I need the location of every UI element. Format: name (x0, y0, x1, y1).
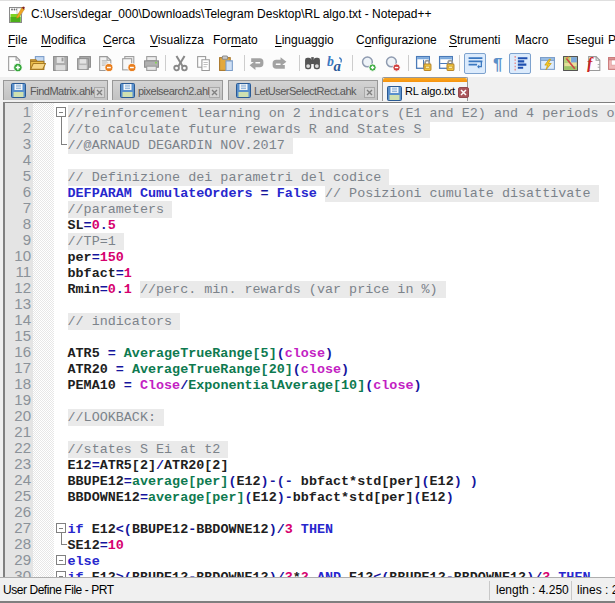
svg-text:¶: ¶ (493, 55, 502, 72)
svg-text:a: a (333, 58, 341, 72)
